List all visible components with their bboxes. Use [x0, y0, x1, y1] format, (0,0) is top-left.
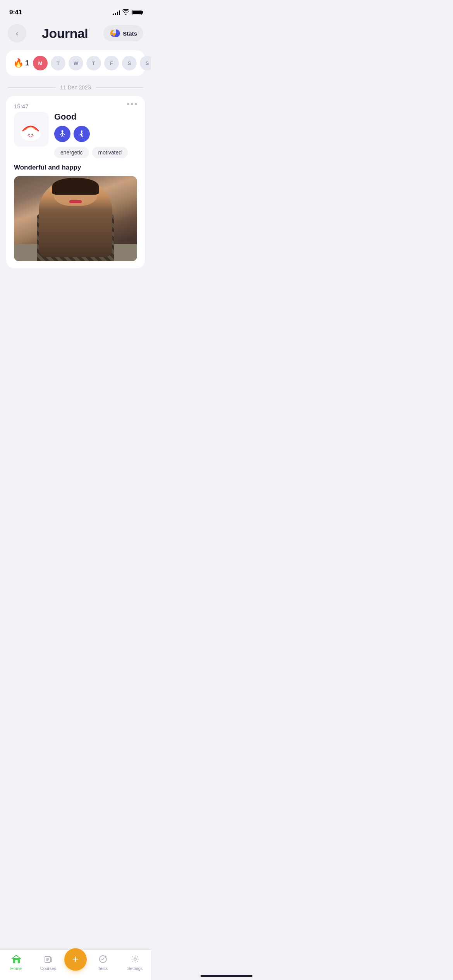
activity-walk-button[interactable] [74, 126, 90, 142]
day-dot-thursday[interactable]: T [86, 56, 101, 70]
day-dot-saturday[interactable]: S [122, 56, 137, 70]
entry-photo [14, 176, 137, 261]
date-label: 11 Dec 2023 [60, 84, 91, 91]
svg-point-15 [81, 130, 82, 132]
flame-icon: 🔥 [13, 58, 24, 68]
stats-button[interactable]: Stats [103, 25, 143, 41]
streak-row: 🔥 1 M T W T F S S [6, 50, 145, 76]
stats-pie-icon [112, 29, 120, 38]
entry-menu-button[interactable] [127, 103, 137, 105]
stats-label: Stats [123, 30, 137, 37]
svg-point-13 [32, 134, 33, 135]
back-button[interactable]: ‹ [8, 24, 26, 43]
tag-motivated: motivated [92, 147, 128, 158]
exercise-icon [58, 130, 67, 138]
photo-content [14, 176, 137, 261]
walk-icon [77, 130, 86, 138]
entry-time: 15:47 [14, 103, 29, 110]
tags-row: energetic motivated [54, 147, 137, 158]
date-divider: 11 Dec 2023 [0, 79, 151, 96]
day-dot-sunday[interactable]: S [140, 56, 151, 70]
entry-right: Good [54, 112, 137, 158]
menu-dot-2 [131, 103, 133, 105]
person-hair [52, 178, 99, 195]
header: ‹ Journal Stats [0, 19, 151, 47]
menu-dot-1 [127, 103, 129, 105]
svg-point-14 [62, 130, 63, 132]
tag-energetic: energetic [54, 147, 89, 158]
day-dots: M T W T F S S [33, 56, 151, 70]
entry-note: Wonderful and happy [14, 164, 137, 171]
status-bar: 9:41 [0, 0, 151, 19]
divider-left [8, 87, 55, 88]
day-dot-monday[interactable]: M [33, 56, 48, 70]
status-time: 9:41 [9, 9, 22, 16]
svg-point-10 [27, 135, 29, 136]
entry-card: 15:47 [6, 96, 145, 268]
back-arrow-icon: ‹ [16, 29, 18, 38]
day-dot-friday[interactable]: F [104, 56, 119, 70]
page-title: Journal [42, 26, 88, 41]
menu-dot-3 [135, 103, 137, 105]
streak-badge: 🔥 1 [13, 58, 29, 68]
battery-icon [132, 10, 142, 15]
entry-content: Good [14, 112, 137, 158]
svg-point-11 [32, 135, 34, 136]
entry-header: 15:47 [14, 103, 137, 110]
status-icons [113, 9, 142, 16]
activity-exercise-button[interactable] [54, 126, 70, 142]
wifi-icon [122, 9, 129, 16]
activity-icons [54, 126, 137, 142]
divider-right [96, 87, 143, 88]
mood-cloud-icon [16, 114, 47, 145]
signal-icon [113, 10, 120, 15]
day-dot-wednesday[interactable]: W [69, 56, 83, 70]
person-lips [69, 200, 82, 204]
svg-point-12 [29, 134, 30, 135]
streak-count: 1 [25, 59, 29, 67]
mood-label: Good [54, 112, 137, 122]
day-dot-tuesday[interactable]: T [51, 56, 65, 70]
mood-emoji-container [14, 112, 49, 147]
